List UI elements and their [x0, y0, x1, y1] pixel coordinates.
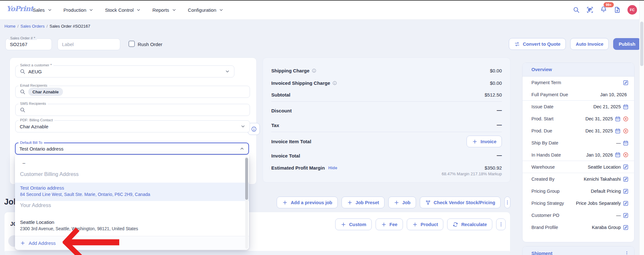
check-vendor-stock-pricing-button[interactable]: Check Vendor Stock/Pricing [420, 197, 501, 208]
add-invoice-button[interactable]: Invoice [467, 136, 502, 147]
info-icon[interactable] [312, 68, 316, 73]
fee-button[interactable]: Fee [376, 218, 403, 230]
chevron-down-icon [172, 8, 177, 12]
recalculate-button[interactable]: Recalculate [447, 218, 492, 230]
sales-order-number-input[interactable] [10, 42, 47, 47]
auto-invoice-button[interactable]: Auto Invoice [570, 38, 609, 50]
default-bill-to-select[interactable]: Default Bill To Test Ontario address [15, 143, 249, 155]
chevron-down-icon[interactable] [225, 69, 230, 74]
clear-icon[interactable] [623, 116, 629, 122]
jobs-toolbar: Add a previous job Job Preset Job Check … [280, 197, 510, 208]
page-scrollbar[interactable] [639, 0, 644, 255]
kebab-icon[interactable] [624, 251, 630, 255]
sales-order-number-label: Sales Order # * [9, 36, 37, 40]
jobs-more-menu-button[interactable] [504, 197, 510, 208]
swap-icon [514, 41, 520, 47]
hide-link[interactable]: Hide [328, 165, 337, 170]
chevron-down-icon [47, 8, 52, 12]
kebab-icon [498, 222, 504, 227]
menu-configuration[interactable]: Configuration [188, 7, 224, 13]
edit-icon[interactable] [623, 225, 629, 231]
breadcrumb-sales-orders[interactable]: Sales Orders [20, 24, 45, 29]
notifications[interactable]: 99+ [600, 6, 607, 14]
edit-icon[interactable] [623, 80, 629, 86]
edit-icon[interactable] [623, 176, 629, 182]
plus-icon [282, 200, 288, 205]
divider [271, 132, 502, 132]
job-preset-button[interactable]: Job Preset [342, 197, 384, 208]
overview-row-value: Dec 31, 2025 [585, 128, 613, 133]
profit-margin-value: $350.92 [485, 165, 502, 171]
qr-scan-icon[interactable] [586, 6, 593, 13]
invoiced-shipping-charge-row: Invoiced Shipping Charge $0.00 [271, 79, 502, 87]
clear-icon[interactable] [623, 152, 629, 158]
overview-row-value: Jan 10, 2026 [586, 152, 613, 158]
breadcrumb: Home / Sales Orders / Sales Order #SO216… [4, 24, 90, 29]
calendar-icon[interactable] [615, 128, 621, 134]
convert-to-quote-button[interactable]: Convert to Quote [509, 38, 566, 50]
overview-row: Payment Term [523, 77, 634, 89]
user-avatar[interactable]: FC [627, 5, 637, 15]
overview-rows: Payment Term Full Payment Due Jan 10, 20… [523, 77, 634, 233]
search-icon[interactable] [573, 6, 580, 13]
shipment-card: Shipment [522, 246, 634, 255]
overview-row: Issue Date Dec 21, 2025 [523, 101, 634, 113]
job-button[interactable]: Job [388, 197, 416, 208]
breadcrumb-home[interactable]: Home [4, 24, 16, 29]
pdf-billing-contact-label: PDF: Billing Contact [18, 118, 54, 122]
menu-production[interactable]: Production [64, 7, 94, 13]
add-address-button[interactable]: Add Address [15, 236, 249, 250]
divider [271, 101, 502, 102]
plus-icon [347, 200, 353, 205]
edit-icon[interactable] [623, 212, 629, 218]
edit-icon[interactable] [623, 200, 629, 206]
plus-icon [394, 200, 399, 205]
calendar-icon[interactable] [623, 140, 629, 146]
edit-icon[interactable] [623, 188, 629, 194]
sms-recipients-label: SMS Recipients [18, 102, 48, 105]
publish-button[interactable]: Publish [613, 38, 641, 50]
label-input[interactable] [62, 42, 116, 47]
pdf-billing-contact-select[interactable]: PDF: Billing Contact Char Aznable [15, 120, 250, 132]
job-section-strip [5, 251, 510, 255]
overview-row-value: Karaba Group [592, 225, 621, 230]
info-icon[interactable] [332, 81, 337, 85]
address-option-test-ontario[interactable]: Test Ontario address 84 Second Line West… [15, 183, 249, 201]
calendar-icon[interactable] [615, 116, 621, 122]
menu-sales[interactable]: Sales [33, 7, 52, 13]
plus-icon [20, 240, 25, 246]
vendor-icon [425, 200, 431, 205]
edit-icon[interactable] [623, 164, 629, 170]
menu-stock-control[interactable]: Stock Control [105, 7, 141, 13]
chevron-up-icon[interactable] [239, 146, 245, 151]
tax-row: Tax — [271, 121, 502, 129]
email-recipients-field[interactable]: Email Recipients Char Aznable [15, 86, 250, 98]
calendar-icon[interactable] [623, 104, 629, 110]
menu-reports[interactable]: Reports [152, 7, 177, 13]
bill-to-dropdown-menu: – Customer Billing Address Test Ontario … [15, 155, 249, 250]
yoprint-logo[interactable]: YoPrint [6, 4, 33, 13]
sales-order-number-field[interactable]: Sales Order # * [5, 38, 52, 50]
custom-button[interactable]: Custom [335, 218, 372, 230]
email-recipients-label: Email Recipients [18, 84, 49, 87]
rush-order-checkbox[interactable] [128, 41, 135, 47]
sms-recipients-field[interactable]: SMS Recipients [15, 104, 250, 116]
email-recipient-chip[interactable]: Char Aznable [28, 88, 63, 96]
empty-address-option[interactable]: – [15, 158, 249, 167]
chevron-down-icon[interactable] [240, 124, 246, 129]
page-scrollbar-thumb[interactable] [640, 22, 643, 66]
product-button[interactable]: Product [407, 218, 444, 230]
pdf-billing-contact-value: Char Aznable [20, 124, 48, 129]
customer-select[interactable]: Select a customer * AEUG [15, 65, 234, 77]
calendar-icon[interactable] [615, 152, 621, 158]
overview-row-value: Dec 31, 2025 [585, 116, 613, 121]
address-option-seattle-location[interactable]: Seattle Location 2300 3rd Avenue, Seattl… [15, 217, 249, 235]
job-more-menu-button[interactable] [496, 218, 506, 230]
clear-icon[interactable] [623, 128, 629, 134]
overview-row-value: — [616, 140, 621, 145]
new-document-icon[interactable] [614, 6, 621, 13]
overview-row-value: Seattle Location [588, 164, 621, 170]
dropdown-scrollbar-thumb[interactable] [245, 158, 248, 200]
add-a-previous-job-button[interactable]: Add a previous job [277, 197, 338, 208]
label-field[interactable] [58, 38, 120, 50]
